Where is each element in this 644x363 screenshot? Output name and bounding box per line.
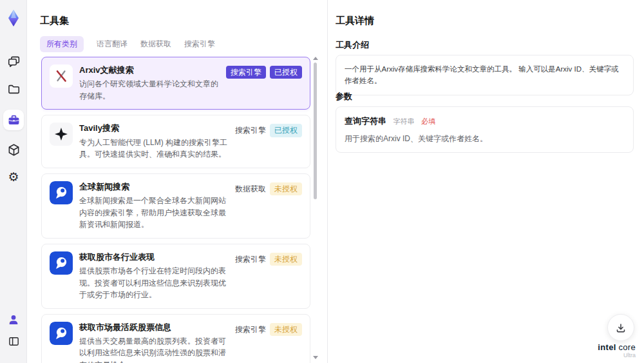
tool-card-body: Tavily搜索 专为人工智能代理 (LLM) 构建的搜索引擎工具。可快速提供实… <box>79 123 229 160</box>
tool-badges: 数据获取 未授权 <box>235 182 302 195</box>
left-icon-rail: ⚙ <box>0 0 27 363</box>
auth-status-badge: 未授权 <box>270 323 302 336</box>
user-avatar-icon <box>7 313 20 326</box>
tab-label: 数据获取 <box>140 39 171 48</box>
gear-icon: ⚙ <box>8 171 19 183</box>
auth-status-badge: 未授权 <box>270 182 302 195</box>
briefcase-icon <box>7 113 21 127</box>
category-badge: 搜索引擎 <box>235 253 266 266</box>
tool-card[interactable]: 获取股市各行业表现 提供股票市场各个行业在特定时间段内的表现。投资者可以利用这些… <box>41 244 310 309</box>
tool-badges: 搜索引擎 未授权 <box>235 323 302 336</box>
tool-description: 全球新闻搜索是一个聚合全球各大新闻网站内容的搜索引擎，帮助用户快速获取全球最新资… <box>79 195 229 231</box>
tool-list-panel: 工具集 所有类别 语言翻译 数据获取 搜索引擎 Arxiv文献搜索 访问各个研究… <box>27 0 327 363</box>
tab-label: 搜索引擎 <box>184 39 215 48</box>
tool-card-body: 获取市场最活跃股票信息 提供当天交易量最高的股票列表。投资者可以利用这些信息来识… <box>79 322 229 363</box>
parameter-name: 查询字符串 <box>345 116 386 126</box>
params-heading: 参数 <box>336 91 352 103</box>
tool-logo-tile <box>50 322 73 345</box>
tool-badges: 搜索引擎 已授权 <box>235 124 302 137</box>
auth-status-badge: 未授权 <box>270 253 302 266</box>
sidebar-item-settings[interactable]: ⚙ <box>0 171 27 183</box>
intel-tier-label: Ultra <box>598 353 636 359</box>
tool-name: 全球新闻搜索 <box>79 181 229 193</box>
category-tab-2[interactable]: 数据获取 <box>140 36 171 52</box>
tool-description: 访问各个研究领域大量科学论文和文章的存储库。 <box>79 78 220 102</box>
params-box: 查询字符串 字符串 必填 用于搜索的Arxiv ID、关键字或作者姓名。 <box>336 106 634 153</box>
category-tab-3[interactable]: 搜索引擎 <box>184 36 215 52</box>
tool-list: Arxiv文献搜索 访问各个研究领域大量科学论文和文章的存储库。 搜索引擎 已授… <box>41 57 310 363</box>
tavily-logo-icon <box>50 123 73 146</box>
active-nav-highlight <box>3 110 24 130</box>
tool-logo-tile <box>50 64 73 88</box>
tool-card-body: Arxiv文献搜索 访问各个研究领域大量科学论文和文章的存储库。 <box>79 64 220 102</box>
app-logo-icon <box>5 9 22 27</box>
sidebar-item-chat[interactable] <box>0 55 27 68</box>
category-badge: 搜索引擎 <box>235 124 266 137</box>
app-logo <box>0 9 27 27</box>
category-badge: 搜索引擎 <box>235 323 266 336</box>
sidebar-collapse-button[interactable] <box>0 335 27 348</box>
tool-badges: 搜索引擎 未授权 <box>235 253 302 266</box>
tool-description: 专为人工智能代理 (LLM) 构建的搜索引擎工具。可快速提供实时、准确和真实的结… <box>79 137 229 161</box>
tool-logo-tile <box>50 251 73 275</box>
panel-toggle-icon <box>8 335 20 348</box>
tool-name: 获取股市各行业表现 <box>79 251 229 263</box>
tool-detail-panel: 工具详情 工具介绍 一个用于从Arxiv存储库搜索科学论文和文章的工具。 输入可… <box>328 0 644 363</box>
tool-logo-tile <box>50 181 73 204</box>
intel-core-wordmark: intel core <box>598 343 636 352</box>
tab-label: 所有类别 <box>46 39 77 48</box>
news-service-logo-icon <box>50 322 73 345</box>
parameter-header: 查询字符串 字符串 必填 <box>345 115 625 127</box>
sidebar-item-plugins[interactable] <box>0 143 27 157</box>
tool-description: 提供股票市场各个行业在特定时间段内的表现。投资者可以利用这些信息来识别表现优于或… <box>79 265 229 301</box>
parameter-type: 字符串 <box>393 117 414 125</box>
list-scrollbar[interactable] <box>313 57 317 359</box>
tool-card[interactable]: 全球新闻搜索 全球新闻搜索是一个聚合全球各大新闻网站内容的搜索引擎，帮助用户快速… <box>41 173 310 239</box>
category-badge: 数据获取 <box>235 182 266 195</box>
intro-text-box: 一个用于从Arxiv存储库搜索科学论文和文章的工具。 输入可以是Arxiv ID… <box>336 55 634 95</box>
tool-card[interactable]: Arxiv文献搜索 访问各个研究领域大量科学论文和文章的存储库。 搜索引擎 已授… <box>41 57 310 110</box>
news-service-logo-icon <box>50 251 73 275</box>
sidebar-item-profile[interactable] <box>0 313 27 326</box>
category-tabs: 所有类别 语言翻译 数据获取 搜索引擎 <box>40 36 215 52</box>
scrollbar-thumb[interactable] <box>314 63 317 199</box>
chat-icon <box>7 55 21 68</box>
sidebar-item-files[interactable] <box>0 83 27 96</box>
intro-heading: 工具介绍 <box>336 39 369 51</box>
parameter-description: 用于搜索的Arxiv ID、关键字或作者姓名。 <box>345 133 625 144</box>
detail-title: 工具详情 <box>336 15 374 27</box>
scrollbar-up-arrow-icon[interactable] <box>313 57 318 60</box>
folder-icon <box>7 83 21 96</box>
tool-card-body: 获取股市各行业表现 提供股票市场各个行业在特定时间段内的表现。投资者可以利用这些… <box>79 251 229 301</box>
arxiv-logo-icon <box>50 64 73 88</box>
tool-card[interactable]: Tavily搜索 专为人工智能代理 (LLM) 构建的搜索引擎工具。可快速提供实… <box>41 115 310 168</box>
tool-card-body: 全球新闻搜索 全球新闻搜索是一个聚合全球各大新闻网站内容的搜索引擎，帮助用户快速… <box>79 181 229 231</box>
tool-name: Arxiv文献搜索 <box>79 64 220 76</box>
cube-icon <box>7 143 21 157</box>
download-icon <box>614 320 628 335</box>
scrollbar-down-arrow-icon[interactable] <box>313 356 318 359</box>
tool-description: 提供当天交易量最高的股票列表。投资者可以利用这些信息来识别流动性强的股票和潜在的… <box>79 335 229 363</box>
parameter-row: 查询字符串 字符串 必填 用于搜索的Arxiv ID、关键字或作者姓名。 <box>345 115 625 144</box>
page-title: 工具集 <box>40 15 69 27</box>
parameter-required-flag: 必填 <box>421 117 435 125</box>
tool-badges: 搜索引擎 已授权 <box>226 66 302 79</box>
category-tab-1[interactable]: 语言翻译 <box>97 36 128 52</box>
sidebar-item-toolbox[interactable] <box>0 110 27 130</box>
intel-core-badge: intel core Ultra <box>598 343 636 359</box>
tool-name: Tavily搜索 <box>79 123 229 134</box>
news-service-logo-icon <box>50 181 73 204</box>
tool-logo-tile <box>50 123 73 146</box>
auth-status-badge: 已授权 <box>270 66 302 79</box>
auth-status-badge: 已授权 <box>270 124 302 137</box>
category-badge: 搜索引擎 <box>226 66 266 79</box>
download-button[interactable] <box>607 314 634 341</box>
tab-label: 语言翻译 <box>97 39 128 48</box>
tool-card[interactable]: 获取市场最活跃股票信息 提供当天交易量最高的股票列表。投资者可以利用这些信息来识… <box>41 314 310 363</box>
tool-name: 获取市场最活跃股票信息 <box>79 322 229 333</box>
category-tab-0[interactable]: 所有类别 <box>40 36 84 52</box>
